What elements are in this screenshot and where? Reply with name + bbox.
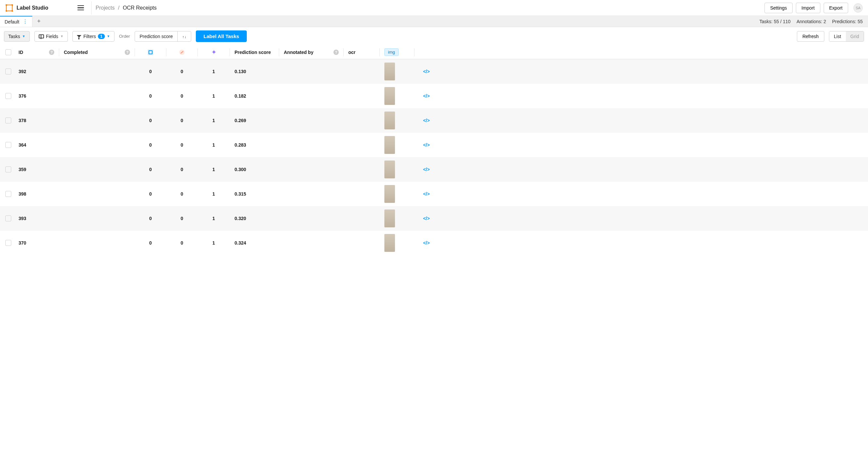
table-row[interactable]: 359 0 0 1 0.300 </> <box>0 157 868 182</box>
cell-predictions: 1 <box>200 216 227 221</box>
table-row[interactable]: 370 0 0 1 0.324 </> <box>0 231 868 255</box>
thumbnail-icon <box>384 234 395 252</box>
order-direction-button[interactable] <box>178 31 191 41</box>
col-predictions[interactable]: ✦ <box>200 49 227 55</box>
select-all-checkbox[interactable] <box>5 49 11 55</box>
order-field-button[interactable]: Prediction score <box>135 31 178 41</box>
app-header: Label Studio Projects / OCR Receipts Set… <box>0 0 868 16</box>
code-icon[interactable]: </> <box>423 69 430 74</box>
help-icon[interactable]: ? <box>49 50 54 55</box>
stats-panel: Tasks: 55 / 110 Annotations: 2 Predictio… <box>760 19 868 24</box>
code-icon[interactable]: </> <box>423 167 430 172</box>
code-icon[interactable]: </> <box>423 240 430 246</box>
cell-img <box>382 160 412 178</box>
predictions-icon: ✦ <box>212 49 216 55</box>
cell-predictions: 1 <box>200 240 227 246</box>
annotations-icon <box>148 49 154 55</box>
thumbnail-icon <box>384 87 395 105</box>
col-prediction-score[interactable]: Prediction score <box>232 50 277 55</box>
row-checkbox[interactable] <box>5 93 11 99</box>
export-button[interactable]: Export <box>824 3 848 13</box>
cell-predictions: 1 <box>200 142 227 148</box>
cell-img <box>382 136 412 154</box>
cell-img <box>382 112 412 129</box>
row-checkbox[interactable] <box>5 68 11 74</box>
import-button[interactable]: Import <box>796 3 820 13</box>
code-icon[interactable]: </> <box>423 216 430 221</box>
order-label: Order <box>119 34 130 39</box>
tab-default[interactable]: Default ⋮ <box>0 16 32 27</box>
code-icon[interactable]: </> <box>423 142 430 148</box>
table-row[interactable]: 393 0 0 1 0.320 </> <box>0 206 868 231</box>
col-annotations[interactable] <box>137 49 164 55</box>
table-row[interactable]: 378 0 0 1 0.269 </> <box>0 108 868 133</box>
label-all-tasks-button[interactable]: Label All Tasks <box>196 30 247 42</box>
col-completed[interactable]: Completed ? <box>61 50 133 55</box>
table-row[interactable]: 364 0 0 1 0.283 </> <box>0 133 868 157</box>
cell-id: 398 <box>16 191 57 196</box>
row-checkbox[interactable] <box>5 118 11 123</box>
cell-img <box>382 210 412 227</box>
cell-cancelled: 0 <box>168 191 195 196</box>
user-avatar[interactable]: SA <box>854 3 863 12</box>
table-row[interactable]: 392 0 0 1 0.130 </> <box>0 59 868 84</box>
cell-img <box>382 63 412 81</box>
separator <box>91 1 92 14</box>
breadcrumb-current: OCR Receipts <box>123 5 156 11</box>
cell-cancelled: 0 <box>168 216 195 221</box>
col-img-label: img <box>384 48 399 56</box>
col-cancelled[interactable] <box>168 50 195 55</box>
cell-prediction-score: 0.130 <box>232 69 277 74</box>
cell-id: 378 <box>16 118 57 123</box>
code-icon[interactable]: </> <box>423 191 430 196</box>
help-icon[interactable]: ? <box>125 50 130 55</box>
svg-rect-2 <box>11 4 13 6</box>
code-icon[interactable]: </> <box>423 93 430 99</box>
cell-id: 393 <box>16 216 57 221</box>
stat-predictions: Predictions: 55 <box>832 19 863 24</box>
cell-img <box>382 185 412 203</box>
thumbnail-icon <box>384 185 395 203</box>
table-row[interactable]: 398 0 0 1 0.315 </> <box>0 182 868 206</box>
stat-tasks: Tasks: 55 / 110 <box>760 19 790 24</box>
col-ocr[interactable]: ocr <box>346 50 377 55</box>
row-checkbox[interactable] <box>5 166 11 173</box>
cell-prediction-score: 0.283 <box>232 142 277 148</box>
fields-dropdown[interactable]: Fields ▼ <box>34 31 68 42</box>
breadcrumb: Projects / OCR Receipts <box>96 5 157 11</box>
cell-prediction-score: 0.320 <box>232 216 277 221</box>
breadcrumb-separator: / <box>118 5 119 11</box>
col-id[interactable]: ID ? <box>16 50 57 55</box>
breadcrumb-projects[interactable]: Projects <box>96 5 115 11</box>
row-checkbox[interactable] <box>5 191 11 197</box>
view-grid-button[interactable]: Grid <box>846 31 864 41</box>
cell-annotations: 0 <box>137 216 164 221</box>
row-checkbox[interactable] <box>5 240 11 246</box>
fields-label: Fields <box>46 34 58 39</box>
table-row[interactable]: 376 0 0 1 0.182 </> <box>0 84 868 108</box>
add-tab-button[interactable]: + <box>32 18 45 25</box>
svg-rect-1 <box>6 4 7 6</box>
cell-annotations: 0 <box>137 93 164 99</box>
cell-id: 359 <box>16 167 57 172</box>
filters-dropdown[interactable]: Filters 1 ▼ <box>72 31 115 42</box>
tab-menu-icon[interactable]: ⋮ <box>23 19 27 25</box>
col-img[interactable]: img <box>382 48 412 56</box>
logo-block[interactable]: Label Studio <box>5 4 75 12</box>
view-list-button[interactable]: List <box>829 31 846 41</box>
toolbar: Tasks ▼ Fields ▼ Filters 1 ▼ Order Predi… <box>0 27 868 45</box>
col-ocr-label: ocr <box>348 50 355 55</box>
help-icon[interactable]: ? <box>334 50 339 55</box>
table-header: ID ? Completed ? ✦ Prediction score Anno… <box>0 45 868 59</box>
col-annotated-by[interactable]: Annotated by ? <box>281 50 341 55</box>
refresh-button[interactable]: Refresh <box>797 31 824 42</box>
row-checkbox[interactable] <box>5 215 11 221</box>
cell-annotations: 0 <box>137 142 164 148</box>
cell-prediction-score: 0.182 <box>232 93 277 99</box>
tasks-dropdown[interactable]: Tasks ▼ <box>4 31 30 42</box>
col-by-label: Annotated by <box>284 50 313 55</box>
code-icon[interactable]: </> <box>423 118 430 123</box>
row-checkbox[interactable] <box>5 142 11 148</box>
settings-button[interactable]: Settings <box>765 3 793 13</box>
hamburger-menu-icon[interactable] <box>75 3 87 13</box>
